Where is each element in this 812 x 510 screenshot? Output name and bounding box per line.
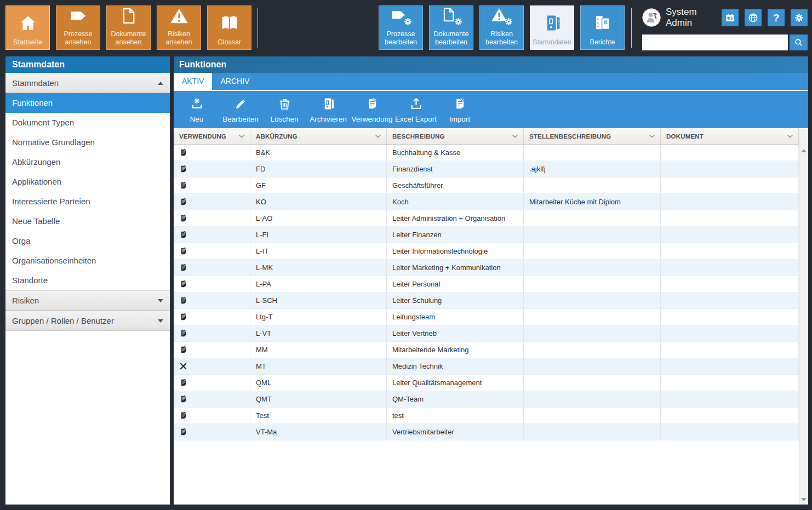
user-name: System Admin — [666, 7, 716, 28]
beschreibung-cell: Koch — [387, 194, 524, 210]
prozesse-bearbeiten-button[interactable]: Prozesse bearbeiten — [379, 5, 423, 50]
main-panel: Funktionen AKTIVARCHIV NeuBearbeitenLösc… — [174, 56, 808, 505]
note-pencil-icon — [179, 394, 188, 404]
table-row[interactable]: MMMitarbeitende Marketing — [174, 342, 799, 358]
table-row[interactable]: L-FILeiter Finanzen — [174, 227, 799, 243]
sidebar-item-funktionen[interactable]: Funktionen — [5, 93, 170, 113]
toolbar-button-label: Neu — [190, 115, 204, 123]
column-header-verwendung[interactable]: VERWENDUNG — [174, 128, 250, 144]
table-row[interactable]: L-ITLeiter Informationstechnologie — [174, 243, 799, 260]
stellenbeschreibung-cell — [524, 424, 661, 440]
beschreibung-cell: test — [387, 408, 524, 423]
globe-button[interactable] — [745, 9, 762, 26]
pencil-icon — [234, 97, 248, 111]
table-row[interactable]: VT-MaVertriebsmitarbeiter — [174, 424, 799, 440]
column-header-beschreibung[interactable]: BESCHREIBUNG — [387, 128, 524, 144]
table-row[interactable]: Testtest — [174, 408, 799, 424]
warning-icon — [167, 6, 191, 26]
column-header-label: VERWENDUNG — [179, 133, 226, 140]
dokumente-bearbeiten-button[interactable]: Dokumente bearbeiten — [429, 5, 473, 50]
sidebar-item-normative-grundlagen[interactable]: Normative Grundlagen — [5, 133, 170, 152]
nav-button-label: Dokumente ansehen — [107, 30, 150, 46]
user-avatar[interactable] — [642, 8, 661, 27]
import-button[interactable]: Import — [438, 91, 482, 128]
search-button[interactable] — [790, 35, 808, 50]
bearbeiten-button[interactable]: Bearbeiten — [219, 91, 262, 128]
sidebar-item-applikationen[interactable]: Applikationen — [5, 172, 170, 192]
trash-icon — [278, 97, 291, 111]
sidebar-item-interessierte-parteien[interactable]: Interessierte Parteien — [5, 192, 170, 211]
scroll-down-icon[interactable] — [801, 498, 807, 501]
table-row[interactable]: GFGeschäftsführer — [174, 177, 799, 194]
table-body: B&KBuchhaltung & KasseFDFinanzdienst.ajk… — [174, 145, 799, 440]
beschreibung-cell: Leiter Administration + Organisation — [387, 210, 524, 226]
abkuerzung-cell: Ltg-T — [250, 309, 387, 325]
vertical-scrollbar[interactable] — [799, 129, 808, 505]
verwendung-button[interactable]: Verwendung — [350, 91, 394, 128]
beschreibung-cell: QM-Team — [387, 391, 524, 407]
gear-button[interactable] — [791, 9, 808, 26]
sidebar-section-risiken[interactable]: Risiken — [5, 290, 170, 311]
löschen-button[interactable]: Löschen — [262, 91, 306, 128]
nav-button-label: Startseite — [13, 38, 42, 46]
column-header-label: BESCHREIBUNG — [392, 133, 445, 140]
excel-export-button[interactable]: Excel Export — [394, 91, 438, 128]
table-row[interactable]: L-VTLeiter Vertrieb — [174, 325, 799, 342]
abkuerzung-cell: MM — [250, 342, 387, 358]
column-header-abkürzung[interactable]: ABKÜRZUNG — [250, 128, 387, 144]
gear-icon — [504, 17, 513, 26]
chevron-down-icon — [512, 134, 518, 138]
risiken-ansehen-button[interactable]: Risiken ansehen — [157, 5, 201, 50]
verwendung-cell — [174, 243, 250, 259]
toolbar-button-label: Archivieren — [310, 115, 347, 123]
table-row[interactable]: Ltg-TLeitungsteam — [174, 309, 799, 325]
beschreibung-cell: Leiter Qualitätsmanagement — [387, 375, 524, 391]
archivieren-button[interactable]: Archivieren — [306, 91, 350, 128]
scroll-up-icon[interactable] — [801, 149, 807, 152]
table-row[interactable]: L-PALeiter Personal — [174, 276, 799, 293]
nav-button-label: Dokumente bearbeiten — [430, 30, 473, 46]
glossar-button[interactable]: Glossar — [207, 5, 251, 50]
search-input[interactable] — [642, 35, 788, 50]
sidebar-item-abkürzungen[interactable]: Abkürzungen — [5, 152, 170, 172]
column-header-dokument[interactable]: DOKUMENT — [661, 128, 799, 144]
table-row[interactable]: MTMedizin Technik — [174, 358, 799, 375]
table-row[interactable]: L-MKLeiter Marketing + Kommunikation — [174, 260, 799, 276]
column-header-stellenbeschreibung[interactable]: STELLENBESCHREIBUNG — [524, 128, 661, 144]
note-pencil-icon — [179, 345, 188, 354]
table-row[interactable]: FDFinanzdienst.ajklfj — [174, 161, 799, 177]
sidebar-item-dokument-typen[interactable]: Dokument Typen — [5, 113, 170, 133]
gear-icon — [403, 17, 413, 26]
sidebar-section-gruppen-rollen-benutzer[interactable]: Gruppen / Rollen / Benutzer — [5, 311, 170, 331]
abkuerzung-cell: L-VT — [250, 325, 387, 341]
startseite-button[interactable]: Startseite — [5, 5, 50, 50]
prozesse-ansehen-button[interactable]: Prozesse ansehen — [56, 5, 100, 50]
nav-button-label: Glossar — [218, 38, 241, 46]
document-gear-icon — [439, 6, 464, 26]
calendar-button[interactable] — [722, 9, 739, 26]
sidebar-item-neue-tabelle[interactable]: Neue Tabelle — [5, 211, 170, 231]
note-pencil-icon — [453, 97, 467, 111]
table-row[interactable]: KOKochMitarbeiter Küche mit Diplom — [174, 194, 799, 210]
dokument-cell — [661, 309, 799, 325]
sidebar-item-organisationseinheiten[interactable]: Organisationseinheiten — [5, 251, 170, 271]
table-row[interactable]: B&KBuchhaltung & Kasse — [174, 145, 799, 161]
stammdaten-button[interactable]: Stammdaten — [530, 5, 574, 50]
berichte-button[interactable]: Berichte — [580, 5, 625, 50]
beschreibung-cell: Finanzdienst — [387, 161, 524, 177]
risiken-bearbeiten-button[interactable]: Risiken bearbeiten — [479, 5, 524, 50]
search-icon — [794, 38, 803, 47]
table-row[interactable]: QMLLeiter Qualitätsmanagement — [174, 375, 799, 391]
chevron-down-icon — [787, 134, 793, 138]
table-row[interactable]: QMTQM-Team — [174, 391, 799, 408]
sidebar-section-stammdaten[interactable]: Stammdaten — [5, 73, 170, 93]
sidebar-item-standorte[interactable]: Standorte — [5, 271, 170, 290]
help-button[interactable]: ? — [768, 9, 785, 26]
tab-archiv[interactable]: ARCHIV — [212, 73, 258, 90]
neu-button[interactable]: Neu — [175, 91, 219, 128]
table-row[interactable]: L-AOLeiter Administration + Organisation — [174, 210, 799, 227]
sidebar-item-orga[interactable]: Orga — [5, 231, 170, 251]
dokumente-ansehen-button[interactable]: Dokumente ansehen — [106, 5, 151, 50]
table-row[interactable]: L-SCHLeiter Schulung — [174, 293, 799, 309]
tab-aktiv[interactable]: AKTIV — [174, 73, 212, 90]
